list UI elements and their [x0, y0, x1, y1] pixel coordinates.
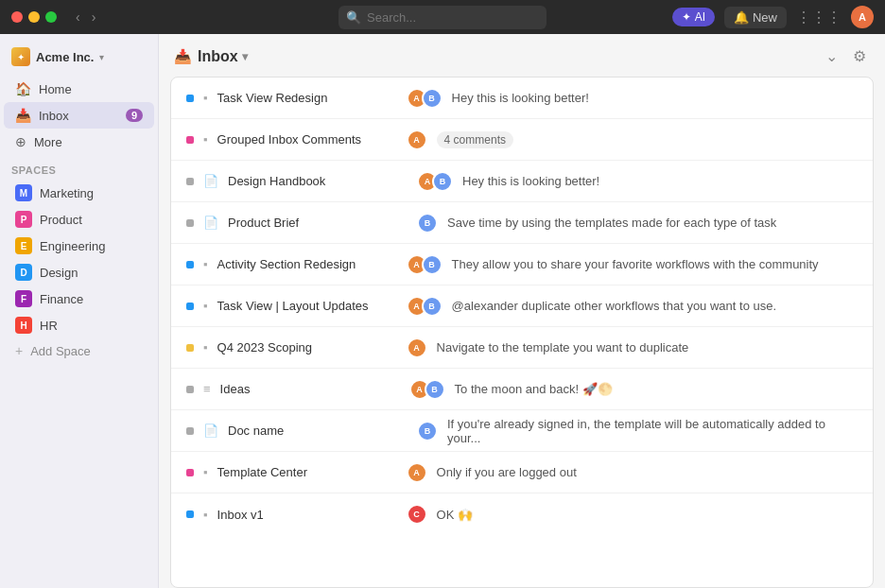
table-row[interactable]: 📄Design HandbookABHey this is looking be…	[171, 161, 873, 202]
table-row[interactable]: ≡IdeasABTo the moon and back! 🚀🌕	[171, 369, 873, 410]
avatar: B	[422, 254, 442, 275]
row-right: ABThey allow you to share your favorite …	[407, 254, 858, 275]
dropdown-arrow-icon: ▾	[242, 50, 248, 63]
row-right: ABTo the moon and back! 🚀🌕	[409, 379, 858, 400]
workspace-header[interactable]: ✦ Acme Inc. ▾	[0, 42, 158, 76]
table-row[interactable]: ▪Inbox v1COK 🙌	[171, 493, 873, 535]
row-title: Design Handbook	[228, 174, 417, 188]
avatar: B	[422, 296, 442, 317]
ai-icon: ✦	[682, 10, 691, 24]
row-title: Activity Section Redesign	[217, 257, 407, 271]
sidebar-item-marketing[interactable]: M Marketing	[4, 180, 154, 206]
row-indicator	[186, 219, 194, 227]
row-type-icon: ▪	[203, 465, 208, 479]
app-body: ✦ Acme Inc. ▾ 🏠 Home 📥 Inbox 9 ⊕ More Sp…	[0, 34, 885, 588]
minimize-button[interactable]	[28, 11, 40, 23]
row-message: 4 comments	[437, 131, 513, 148]
inbox-header-icon: 📥	[174, 48, 192, 65]
table-row[interactable]: ▪Activity Section RedesignABThey allow y…	[171, 244, 873, 285]
workspace-icon: ✦	[11, 47, 30, 66]
inbox-list: ▪Task View RedesignABHey this is looking…	[170, 77, 874, 588]
row-indicator	[186, 386, 194, 393]
sidebar-item-engineering[interactable]: E Engineering	[4, 233, 154, 259]
row-right: ABHey this is looking better!	[417, 171, 858, 192]
spaces-label: Spaces	[0, 155, 158, 180]
table-row[interactable]: ▪Template CenterAOnly if you are logged …	[171, 452, 873, 493]
row-title: Q4 2023 Scoping	[217, 340, 407, 355]
row-indicator	[186, 261, 194, 268]
avatar: A	[407, 130, 427, 150]
maximize-button[interactable]	[45, 11, 57, 23]
row-type-icon: ▪	[203, 91, 208, 105]
row-avatars: B	[417, 213, 432, 233]
main-content: 📥 Inbox ▾ ⌄ ⚙ ▪Task View RedesignABHey t…	[159, 34, 885, 588]
collapse-button[interactable]: ⌄	[822, 43, 842, 69]
sidebar-item-home[interactable]: 🏠 Home	[4, 76, 154, 102]
back-button[interactable]: ‹	[72, 8, 84, 26]
space-icon-engineering: E	[15, 237, 32, 254]
sidebar-item-more[interactable]: ⊕ More	[4, 129, 154, 155]
table-row[interactable]: ▪Task View | Layout UpdatesAB@alexander …	[171, 285, 873, 327]
ai-badge[interactable]: ✦ AI	[672, 8, 715, 26]
row-right: ABHey this is looking better!	[407, 88, 858, 109]
row-type-icon: 📄	[203, 216, 218, 230]
new-button[interactable]: 🔔 New	[724, 7, 787, 28]
avatar[interactable]: A	[851, 6, 874, 28]
search-input[interactable]	[338, 6, 547, 29]
home-icon: 🏠	[15, 81, 31, 96]
table-row[interactable]: 📄Product BriefBSave time by using the te…	[171, 202, 873, 244]
sidebar-item-inbox[interactable]: 📥 Inbox 9	[4, 102, 154, 129]
close-button[interactable]	[11, 11, 23, 23]
row-right: A4 comments	[407, 130, 858, 150]
space-label: Product	[40, 213, 82, 227]
grid-icon[interactable]: ⋮⋮⋮	[796, 9, 842, 26]
sidebar-item-label: More	[34, 135, 62, 149]
space-label: Design	[40, 266, 78, 280]
table-row[interactable]: ▪Task View RedesignABHey this is looking…	[171, 78, 873, 119]
traffic-lights	[11, 11, 57, 23]
avatar: B	[417, 213, 438, 233]
sidebar-item-finance[interactable]: F Finance	[4, 285, 154, 312]
row-message: Hey this is looking better!	[462, 174, 599, 188]
inbox-badge: 9	[126, 109, 143, 122]
row-avatars: A	[407, 462, 422, 483]
row-type-icon: ▪	[203, 132, 208, 147]
inbox-icon: 📥	[15, 108, 31, 123]
row-message: To the moon and back! 🚀🌕	[455, 382, 613, 396]
row-message: They allow you to share your favorite wo…	[452, 257, 819, 271]
row-right: BIf you're already signed in, the templa…	[417, 417, 858, 445]
row-indicator	[186, 344, 194, 352]
row-type-icon: ▪	[203, 340, 208, 355]
table-row[interactable]: ▪Q4 2023 ScopingANavigate to the templat…	[171, 327, 873, 369]
sidebar-item-product[interactable]: P Product	[4, 206, 154, 233]
add-space-button[interactable]: + Add Space	[4, 338, 154, 363]
titlebar-center: 🔍	[338, 6, 547, 29]
sidebar-item-label: Inbox	[39, 109, 69, 123]
settings-button[interactable]: ⚙	[849, 43, 870, 69]
row-title: Template Center	[217, 465, 407, 479]
row-message: Navigate to the template you want to dup…	[437, 340, 689, 355]
row-indicator	[186, 95, 194, 102]
search-wrap: 🔍	[338, 6, 547, 29]
table-row[interactable]: 📄Doc nameBIf you're already signed in, t…	[171, 410, 873, 452]
more-icon: ⊕	[15, 134, 26, 149]
forward-button[interactable]: ›	[88, 8, 100, 26]
row-indicator	[186, 427, 194, 435]
sidebar-item-hr[interactable]: H HR	[4, 312, 154, 338]
row-title: Doc name	[228, 424, 417, 438]
row-type-icon: ▪	[203, 257, 208, 271]
row-avatars: AB	[407, 88, 437, 109]
row-right: AB@alexander duplicate other workflows t…	[407, 296, 858, 317]
row-message: Only if you are logged out	[437, 465, 577, 479]
sidebar-item-design[interactable]: D Design	[4, 259, 154, 285]
row-indicator	[186, 510, 194, 518]
table-row[interactable]: ▪Grouped Inbox CommentsA4 comments	[171, 119, 873, 161]
avatar: A	[407, 462, 427, 483]
nav-arrows: ‹ ›	[72, 8, 99, 26]
row-message: Save time by using the templates made fo…	[447, 216, 776, 230]
row-avatars: A	[407, 130, 422, 150]
avatar: C	[407, 504, 427, 525]
space-icon-product: P	[15, 211, 32, 228]
sidebar: ✦ Acme Inc. ▾ 🏠 Home 📥 Inbox 9 ⊕ More Sp…	[0, 34, 159, 588]
inbox-title: Inbox ▾	[198, 48, 248, 65]
